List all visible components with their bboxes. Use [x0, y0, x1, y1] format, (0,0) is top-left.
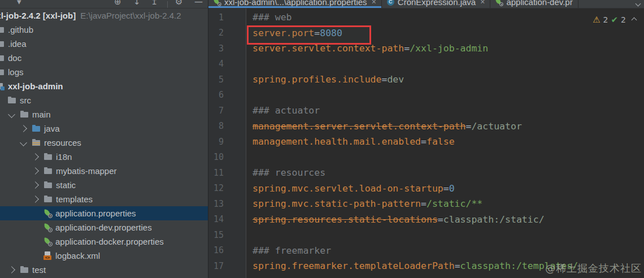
- tree-chevron-right-icon[interactable]: [32, 167, 39, 175]
- tab-application-properties[interactable]: xxl-job-admin\...\application.properties…: [208, 0, 382, 8]
- tab-cronexpression-java[interactable]: C CronExpression.java ×: [382, 0, 491, 8]
- ide-window: ▾⊕↧↥⚙— xxl-job-2.4.2 [xxl-job] E:\javaPr…: [0, 0, 644, 278]
- tree-item-idea[interactable]: .idea: [0, 37, 208, 51]
- code-line-1[interactable]: 1### web: [208, 10, 644, 25]
- tree-item-label: logback.xml: [55, 251, 100, 260]
- tree-chevron-right-icon[interactable]: [32, 181, 39, 189]
- close-tab-icon[interactable]: ×: [372, 0, 376, 6]
- success-check-icon: ✔: [611, 15, 619, 25]
- project-view-chevron-icon[interactable]: ▾: [17, 0, 21, 7]
- tree-item-label: src: [20, 95, 31, 105]
- watermark: @稀土掘金技术社区: [545, 262, 642, 275]
- tree-item-label: .github: [8, 25, 33, 34]
- line-number: 15: [208, 230, 224, 240]
- code-line-5[interactable]: 5spring.profiles.include=dev: [208, 72, 644, 88]
- tree-item-label: application-docker.properties: [55, 237, 164, 246]
- tree-item-label: static: [56, 180, 76, 190]
- folder-icon: [44, 153, 53, 161]
- code-line-9[interactable]: 9management.health.mail.enabled=false: [208, 134, 644, 150]
- toolbar-separator: [167, 1, 168, 8]
- tree-item-i18n[interactable]: i18n: [0, 150, 208, 164]
- code-line-6[interactable]: 6: [208, 88, 644, 103]
- tree-chevron-right-icon[interactable]: [32, 196, 39, 203]
- success-count: 2: [621, 15, 626, 24]
- code-line-16[interactable]: 16### freemarker: [208, 243, 644, 259]
- close-tab-icon[interactable]: ×: [480, 0, 485, 6]
- tree-item-label: i18n: [56, 152, 72, 162]
- tree-item-test[interactable]: test: [0, 263, 208, 277]
- code-text: ### freemarker: [253, 245, 331, 256]
- code-line-15[interactable]: 15: [208, 227, 644, 243]
- tree-item-label: mybatis-mapper: [56, 166, 117, 176]
- tree-item-java[interactable]: java: [0, 121, 208, 136]
- locate-file-icon[interactable]: ⊕: [114, 0, 121, 7]
- code-line-13[interactable]: 13spring.mvc.static-path-pattern=/static…: [208, 196, 644, 212]
- code-line-11[interactable]: 11### resources: [208, 165, 644, 181]
- line-number: 1: [208, 12, 224, 23]
- code-text: spring.resources.static-locations=classp…: [253, 214, 545, 225]
- tree-item-src[interactable]: src: [0, 93, 208, 107]
- tree-chevron-right-icon[interactable]: [8, 266, 15, 273]
- tree-item-resources[interactable]: resources: [0, 136, 208, 150]
- tree-item-main[interactable]: main: [0, 107, 208, 121]
- editor-area: xxl-job-admin\...\application.properties…: [208, 0, 644, 278]
- tree-chevron-down-icon[interactable]: [8, 111, 15, 118]
- project-root-row[interactable]: xxl-job-2.4.2 [xxl-job] E:\javaProject\x…: [0, 8, 208, 23]
- project-name: xxl-job-2.4.2 [xxl-job]: [0, 11, 76, 20]
- tree-item-application-docker-properties[interactable]: application-docker.properties: [0, 234, 208, 249]
- line-number: 8: [208, 121, 224, 131]
- tree-item-templates[interactable]: templates: [0, 192, 208, 206]
- tree-item-label: logs: [8, 67, 24, 77]
- tree-item-logs[interactable]: logs: [0, 65, 208, 79]
- tree-item-mybatis-mapper[interactable]: mybatis-mapper: [0, 164, 208, 178]
- tree-item-application-dev-properties[interactable]: application-dev.properties: [0, 220, 208, 234]
- tree-chevron-right-icon[interactable]: [32, 153, 39, 160]
- code-line-10[interactable]: 10: [208, 150, 644, 166]
- spring-file-icon: [495, 0, 503, 6]
- tab-overflow-chevron-icon[interactable]: [636, 1, 641, 7]
- settings-gear-icon[interactable]: ⚙: [175, 0, 182, 7]
- tree-chevron-down-icon[interactable]: [20, 139, 27, 146]
- line-number: 6: [208, 90, 224, 100]
- code-line-7[interactable]: 7### actuator: [208, 103, 644, 119]
- line-number: 2: [208, 28, 224, 38]
- folder-icon: [20, 110, 29, 119]
- tree-item-doc[interactable]: doc: [0, 51, 208, 65]
- sources-folder-icon: [32, 124, 41, 133]
- tree-item-xxl-job-admin[interactable]: xxl-job-admin: [0, 79, 208, 93]
- code-text: management.health.mail.enabled=false: [253, 136, 455, 147]
- editor-body[interactable]: 1### web2server.port=80803server.servlet…: [208, 8, 644, 278]
- inspection-chevron-up-icon[interactable]: [632, 17, 637, 23]
- tree-item-label: application-dev.properties: [55, 223, 152, 232]
- line-number: 11: [208, 168, 224, 178]
- code-text: management.server.servlet.context-path=/…: [253, 121, 522, 132]
- tree-chevron-right-icon[interactable]: [20, 125, 27, 132]
- inspection-widget[interactable]: ⚠ 2 ✔ 2: [593, 15, 636, 25]
- tree-item-github[interactable]: .github: [0, 23, 208, 37]
- collapse-all-icon[interactable]: ↥: [151, 0, 158, 7]
- code-line-14[interactable]: 14spring.resources.static-locations=clas…: [208, 212, 644, 228]
- tree-item-application-properties[interactable]: application.properties: [0, 206, 208, 220]
- code-line-8[interactable]: 8management.server.servlet.context-path=…: [208, 119, 644, 134]
- expand-all-icon[interactable]: ↧: [133, 0, 141, 7]
- spring-file-icon: [214, 0, 221, 6]
- tree-item-static[interactable]: static: [0, 178, 208, 192]
- tree-item-label: main: [32, 110, 51, 119]
- code-line-4[interactable]: 4: [208, 57, 644, 72]
- resources-folder-icon: [32, 138, 41, 147]
- line-number: 14: [208, 214, 224, 224]
- module-icon: [0, 82, 5, 90]
- tree-item-logback-xml[interactable]: <>logback.xml: [0, 249, 208, 263]
- folder-icon: [8, 96, 16, 105]
- code-text: spring.freemarker.templateLoaderPath=cla…: [253, 260, 578, 271]
- folder-icon: [20, 266, 29, 274]
- line-number: 16: [208, 245, 224, 255]
- folder-icon: [0, 25, 5, 34]
- tree-item-label: java: [44, 124, 60, 133]
- code-text: ### actuator: [253, 105, 320, 116]
- xml-file-icon: <>: [43, 251, 52, 260]
- code-line-12[interactable]: 12spring.mvc.servlet.load-on-startup=0: [208, 181, 644, 197]
- hide-panel-icon[interactable]: —: [194, 0, 203, 7]
- tab-application-dev-properties[interactable]: application-dev.pr: [490, 0, 578, 8]
- spring-properties-icon: [43, 237, 52, 246]
